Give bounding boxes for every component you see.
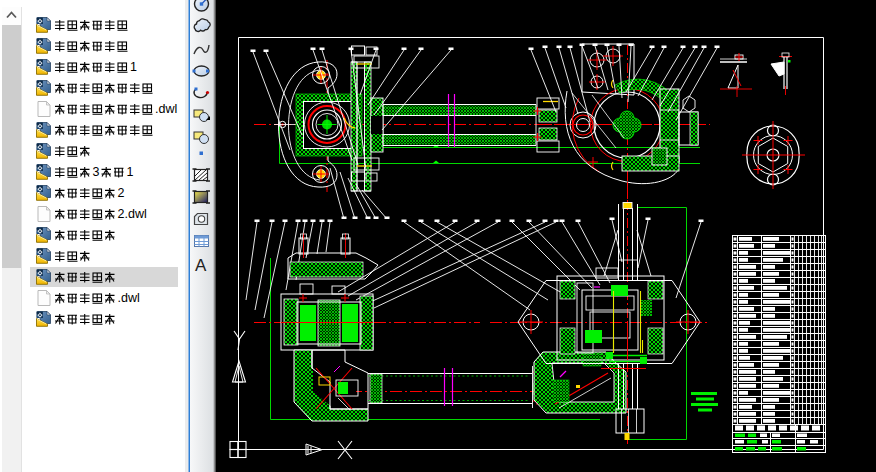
svg-text:A: A	[195, 256, 207, 275]
svg-text:1: 1	[127, 165, 134, 179]
svg-text:3: 3	[93, 165, 100, 179]
svg-text:.dwl: .dwl	[155, 102, 177, 116]
svg-text:1: 1	[130, 60, 137, 74]
svg-text:.dwl: .dwl	[118, 291, 140, 305]
svg-text:2.dwl: 2.dwl	[118, 207, 147, 221]
svg-text:2: 2	[118, 186, 125, 200]
